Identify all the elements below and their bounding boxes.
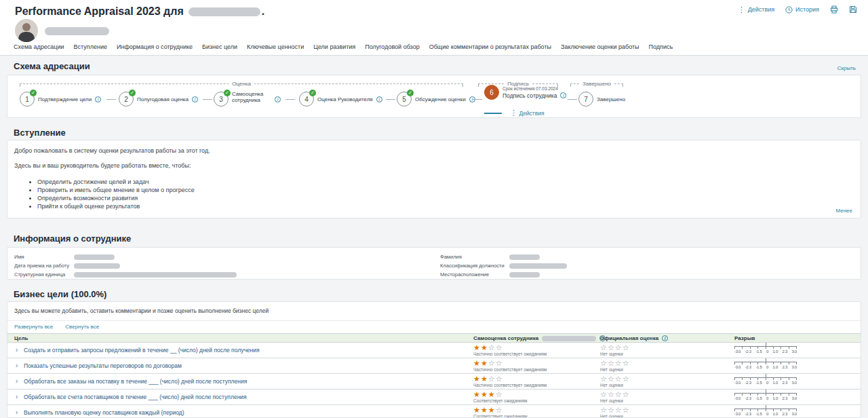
step-3-circle: 3 ✓ — [214, 92, 229, 107]
history-button[interactable]: История — [785, 6, 819, 14]
goals-card: Здесь вы можете добавить, оставить комме… — [7, 301, 861, 418]
divider — [7, 320, 861, 321]
expand-chevron-icon[interactable]: › — [16, 393, 18, 400]
field-job-classification: Классификация должности — [440, 262, 567, 269]
kebab-icon: ⋮ — [738, 6, 745, 13]
star-empty-icon: ☆ — [623, 406, 630, 414]
tab-6[interactable]: Цели развития — [313, 43, 355, 50]
self-rating-text: Соответствует ожиданиям — [473, 398, 527, 403]
tab-10[interactable]: Подпись — [649, 43, 673, 50]
step-2-midyear-review: 2 ✓ Полугодовая оценка i — [119, 92, 198, 107]
step-actions-button[interactable]: ⋮ Действия — [510, 109, 545, 117]
gap-scale-labels: -3.0-2.3-1.501.02.33.0 — [734, 381, 797, 385]
step-label: Оценка Руководителя — [317, 96, 373, 102]
print-button[interactable] — [830, 5, 838, 14]
star-empty-icon: ☆ — [496, 406, 503, 414]
info-icon[interactable]: i — [376, 96, 382, 102]
intro-paragraph-2: Здесь вы и ваш руководитель будете работ… — [14, 162, 191, 169]
expand-chevron-icon[interactable]: › — [16, 377, 18, 385]
star-filled-icon: ★ — [473, 406, 481, 414]
official-rating-text: Нет оценки — [600, 414, 623, 418]
page-title-suffix: . — [262, 5, 264, 17]
gap-scale-label: 2.3 — [783, 396, 787, 400]
intro-bullet: Определить возможности развития — [37, 195, 195, 202]
tab-3[interactable]: Информация о сотруднике — [117, 43, 193, 50]
step-number: 2 — [124, 96, 128, 103]
goal-row: › Выполнять плановую оценку поставщиков … — [7, 405, 861, 418]
expand-chevron-icon[interactable]: › — [16, 408, 18, 416]
star-empty-icon: ☆ — [496, 359, 503, 367]
kebab-icon: ⋮ — [510, 109, 517, 117]
gap-scale-label: 1.0 — [773, 349, 778, 354]
goal-title-link[interactable]: Обработать все заказы на поставку в тече… — [24, 378, 247, 385]
redacted-avatar-name — [45, 27, 109, 35]
redacted-employee-name — [189, 7, 260, 16]
goals-table-header: Цель Самооценка сотрудника i Официальная… — [7, 333, 861, 343]
save-button[interactable] — [849, 5, 857, 14]
gap-scale-label: 0 — [766, 412, 768, 416]
field-org-unit: Структурная единица — [14, 271, 237, 278]
field-last-name: Фамилия — [440, 253, 567, 261]
self-rating-text: Частично соответствует ожиданиям — [473, 352, 547, 356]
star-empty-icon: ☆ — [600, 359, 608, 367]
info-icon[interactable]: i — [560, 92, 566, 98]
goal-row: › Создать и отправить запросы предложени… — [7, 343, 861, 358]
info-icon[interactable]: i — [192, 96, 198, 102]
expand-all-link[interactable]: Развернуть все — [14, 324, 53, 330]
tab-4[interactable]: Бизнес цели — [202, 43, 237, 50]
employee-avatar[interactable] — [15, 19, 38, 42]
intro-bullets: Определить достижение целей и задачПрове… — [28, 178, 195, 211]
step-label: Завершено — [597, 96, 625, 102]
step-6-signature-link[interactable]: Подпись сотрудника — [502, 92, 557, 99]
expand-chevron-icon[interactable]: › — [16, 362, 18, 369]
self-rating-text: Частично соответствует ожиданиям — [473, 383, 547, 387]
employee-info-right-column: Фамилия Классификация должности Месторас… — [440, 253, 567, 280]
tab-5[interactable]: Ключевые ценности — [247, 43, 304, 50]
tab-7[interactable]: Полугодовой обзор — [365, 43, 419, 50]
step-number: 1 — [25, 96, 29, 103]
official-stars: ☆☆☆☆ — [600, 358, 630, 368]
step-actions-label: Действия — [519, 110, 544, 117]
official-stars: ☆☆☆☆ — [600, 343, 630, 352]
info-icon[interactable]: i — [275, 96, 281, 102]
less-link[interactable]: Менее — [835, 208, 852, 214]
star-empty-icon: ☆ — [600, 375, 608, 383]
goals-description: Здесь вы можете добавить, оставить комме… — [14, 307, 269, 314]
gap-scale-label: 3.0 — [791, 349, 796, 354]
tab-1[interactable]: Схема адресации — [14, 43, 64, 50]
tab-2[interactable]: Вступление — [74, 43, 107, 50]
info-icon[interactable]: i — [95, 96, 101, 102]
check-icon: ✓ — [407, 90, 414, 96]
gap-scale-label: -3.0 — [734, 365, 741, 369]
column-header-label: Самооценка сотрудника — [473, 335, 538, 341]
star-filled-icon: ★ — [473, 375, 481, 383]
gap-scale-labels: -3.0-2.3-1.501.02.33.0 — [734, 412, 797, 416]
tab-9[interactable]: Заключение оценки работы — [561, 43, 639, 50]
goal-title-link[interactable]: Обработать все счета поставщиков в течен… — [24, 394, 247, 400]
actions-button[interactable]: ⋮ Действия — [738, 6, 774, 13]
field-location: Месторасположение — [440, 271, 567, 278]
gap-scale-labels: -3.0-2.3-1.501.02.33.0 — [734, 396, 797, 400]
tab-8[interactable]: Общие комментарии о результатах работы — [429, 43, 551, 50]
redacted-value — [509, 254, 540, 260]
page-header: Performance Appraisal 2023 для. ⋮ Действ… — [0, 0, 868, 56]
hide-link[interactable]: Скрыть — [837, 65, 856, 71]
redacted-value — [509, 272, 540, 278]
goal-title-link[interactable]: Создать и отправить запросы предложений … — [24, 347, 260, 354]
star-filled-icon: ★ — [481, 343, 488, 352]
step-1-goal-confirmation: 1 ✓ Подтверждение цели i — [20, 92, 101, 107]
collapse-all-link[interactable]: Свернуть все — [65, 324, 99, 330]
gap-ruler: -3.0-2.3-1.501.02.33.0 — [734, 393, 797, 400]
star-empty-icon: ☆ — [488, 359, 496, 367]
redacted-value — [74, 254, 115, 260]
employee-info-section-title: Информация о сотруднике — [14, 233, 131, 244]
expand-chevron-icon[interactable]: › — [16, 346, 18, 354]
goal-title-link[interactable]: Выполнять плановую оценку поставщиков ка… — [24, 409, 184, 416]
info-icon[interactable]: i — [662, 335, 668, 341]
goal-title-link[interactable]: Показать успешные результаты переговоров… — [24, 362, 182, 369]
star-empty-icon: ☆ — [615, 343, 623, 352]
step-connector — [106, 99, 116, 100]
actions-button-label: Действия — [748, 6, 774, 13]
star-filled-icon: ★ — [473, 390, 481, 398]
gap-scale-label: 0 — [766, 365, 768, 369]
